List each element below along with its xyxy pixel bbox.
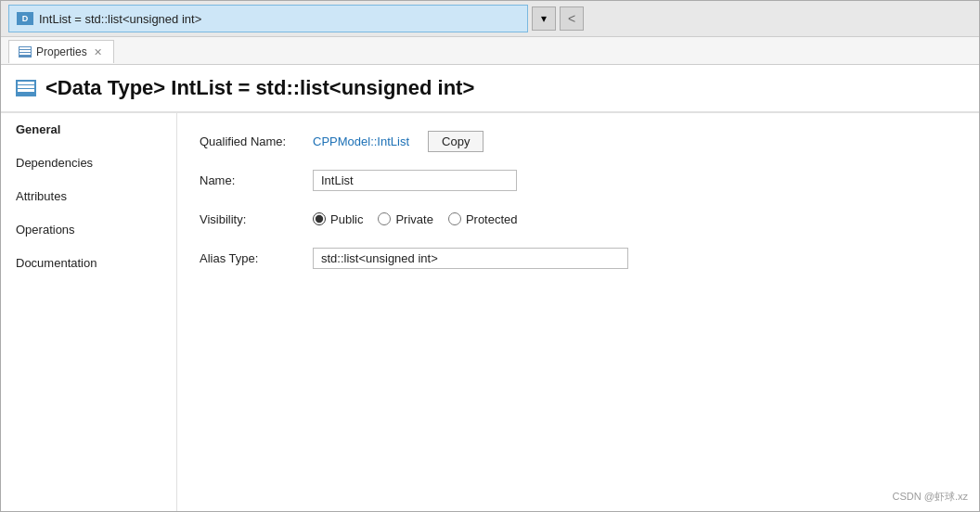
visibility-private-radio[interactable] xyxy=(378,212,391,225)
visibility-label: Visibility: xyxy=(200,212,302,226)
tab-icon xyxy=(19,46,32,58)
tab-close-button[interactable]: ✕ xyxy=(92,46,104,58)
qualified-name-row: Qualified Name: CPPModel::IntList Copy xyxy=(200,128,957,154)
name-input[interactable] xyxy=(313,170,517,191)
visibility-public-radio[interactable] xyxy=(313,212,326,225)
visibility-protected-radio[interactable] xyxy=(448,212,461,225)
properties-panel: Qualified Name: CPPModel::IntList Copy N… xyxy=(177,113,979,511)
nav-dropdown[interactable]: D IntList = std::list<unsigned int> xyxy=(8,5,528,32)
title-icon xyxy=(16,80,36,96)
content-body: General Dependencies Attributes Operatio… xyxy=(1,113,979,511)
qualified-name-label: Qualified Name: xyxy=(200,134,302,148)
sidebar-item-dependencies[interactable]: Dependencies xyxy=(1,147,176,180)
visibility-private-option[interactable]: Private xyxy=(378,212,432,226)
nav-dropdown-icon: D xyxy=(17,12,33,25)
svg-rect-1 xyxy=(19,50,31,52)
tab-properties[interactable]: Properties ✕ xyxy=(8,40,114,63)
sidebar-item-operations[interactable]: Operations xyxy=(1,213,176,247)
visibility-public-label: Public xyxy=(330,212,363,226)
copy-button[interactable]: Copy xyxy=(428,131,484,152)
main-area: <Data Type> IntList = std::list<unsigned… xyxy=(1,65,979,511)
tab-bar: Properties ✕ xyxy=(1,37,979,65)
visibility-private-label: Private xyxy=(395,212,432,226)
sidebar-item-label: General xyxy=(16,122,60,136)
nav-back-button[interactable]: < xyxy=(560,6,584,31)
watermark: CSDN @虾球.xz xyxy=(893,490,968,504)
alias-type-input[interactable] xyxy=(313,248,628,269)
alias-type-label: Alias Type: xyxy=(200,251,302,265)
arrow-left-icon: < xyxy=(568,11,575,26)
sidebar-item-label: Documentation xyxy=(16,256,97,270)
sidebar-item-general[interactable]: General xyxy=(1,113,176,147)
page-title-text: <Data Type> IntList = std::list<unsigned… xyxy=(45,76,474,100)
top-nav-bar: D IntList = std::list<unsigned int> ▾ < xyxy=(1,1,979,37)
svg-rect-3 xyxy=(18,82,34,84)
sidebar: General Dependencies Attributes Operatio… xyxy=(1,113,177,511)
nav-dropdown-text: IntList = std::list<unsigned int> xyxy=(39,12,520,26)
sidebar-item-label: Attributes xyxy=(16,189,67,203)
svg-rect-0 xyxy=(19,47,31,49)
sidebar-item-attributes[interactable]: Attributes xyxy=(1,180,176,213)
nav-chevron-button[interactable]: ▾ xyxy=(532,6,556,31)
visibility-protected-option[interactable]: Protected xyxy=(448,212,518,226)
tab-label: Properties xyxy=(36,45,87,58)
visibility-protected-label: Protected xyxy=(466,212,518,226)
visibility-radio-group: Public Private Protected xyxy=(313,212,518,226)
name-row: Name: xyxy=(200,167,957,193)
sidebar-item-documentation[interactable]: Documentation xyxy=(1,247,176,280)
sidebar-item-label: Operations xyxy=(16,223,75,237)
qualified-name-link[interactable]: CPPModel::IntList xyxy=(313,134,409,148)
chevron-down-icon: ▾ xyxy=(541,12,547,25)
svg-rect-5 xyxy=(18,89,34,92)
visibility-row: Visibility: Public Private Protected xyxy=(200,206,957,232)
alias-type-row: Alias Type: xyxy=(200,245,957,271)
svg-rect-2 xyxy=(19,53,31,55)
visibility-public-option[interactable]: Public xyxy=(313,212,363,226)
sidebar-item-label: Dependencies xyxy=(16,156,93,170)
name-label: Name: xyxy=(200,173,302,187)
svg-rect-4 xyxy=(18,85,34,88)
page-title-bar: <Data Type> IntList = std::list<unsigned… xyxy=(1,65,979,113)
